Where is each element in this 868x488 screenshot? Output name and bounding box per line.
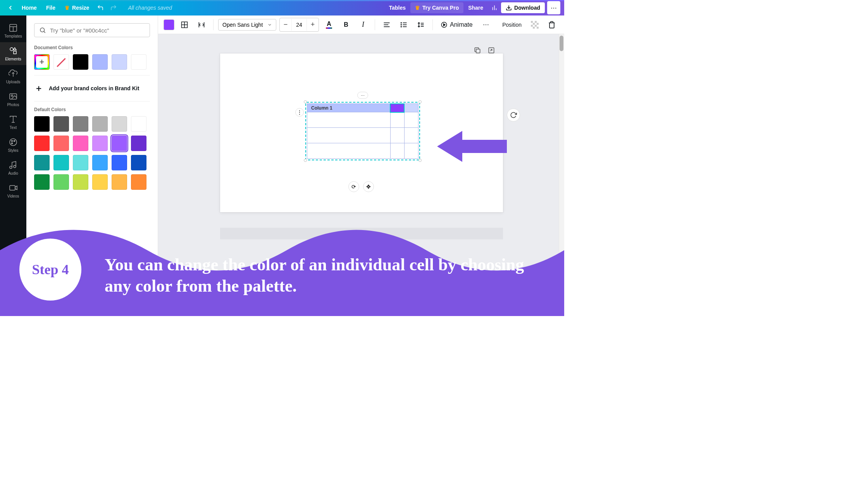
font-size-stepper[interactable]: − + (279, 18, 319, 32)
bold-button[interactable]: B (339, 18, 353, 32)
redo-button[interactable] (107, 1, 120, 14)
color-swatch[interactable] (53, 155, 69, 170)
table-cell[interactable] (307, 143, 391, 159)
color-swatch[interactable] (131, 174, 146, 190)
resize-button[interactable]: ♛Resize (60, 2, 94, 13)
animate-button[interactable]: Animate (437, 18, 476, 32)
nav-uploads[interactable]: Uploads (0, 65, 26, 88)
color-swatch[interactable]: + (34, 54, 50, 70)
text-align-button[interactable] (380, 18, 394, 32)
text-icon (9, 115, 18, 124)
text-color-button[interactable]: A (322, 18, 336, 32)
file-menu[interactable]: File (41, 2, 60, 13)
color-swatch[interactable] (92, 116, 108, 132)
color-swatch[interactable] (112, 174, 127, 190)
color-swatch[interactable] (53, 54, 69, 70)
color-swatch[interactable] (73, 174, 88, 190)
canvas-column: Open Sans Light − + A B I Animate ⋯ Posi… (158, 15, 564, 316)
table-cell[interactable] (307, 112, 391, 128)
color-swatch[interactable] (131, 116, 146, 132)
color-swatch[interactable] (131, 136, 146, 151)
table-cell[interactable] (404, 128, 418, 143)
table-cell[interactable] (404, 112, 418, 128)
undo-button[interactable] (94, 1, 107, 14)
color-swatch[interactable] (112, 54, 127, 70)
insights-button[interactable] (488, 1, 501, 14)
color-swatch[interactable] (131, 155, 146, 170)
svg-rect-47 (535, 21, 537, 23)
color-swatch[interactable] (112, 116, 127, 132)
more-menu[interactable]: ⋯ (547, 1, 560, 14)
table-row-menu[interactable]: ⋮ (295, 108, 304, 117)
italic-button[interactable]: I (356, 18, 370, 32)
rotate-handle[interactable]: ⟳ (348, 181, 359, 192)
table-cell[interactable] (390, 143, 404, 159)
color-swatch[interactable] (112, 136, 127, 151)
nav-videos[interactable]: Videos (0, 179, 26, 202)
nav-elements[interactable]: Elements (0, 42, 26, 65)
color-swatch[interactable] (34, 116, 50, 132)
color-swatch[interactable] (53, 136, 69, 151)
color-search[interactable] (34, 23, 150, 37)
line-spacing-button[interactable] (414, 18, 428, 32)
color-swatch[interactable] (34, 136, 50, 151)
color-swatch[interactable] (112, 155, 127, 170)
list-button[interactable] (397, 18, 411, 32)
color-search-input[interactable] (50, 27, 145, 34)
brand-kit-button[interactable]: ＋Add your brand colors in Brand Kit (34, 81, 150, 96)
color-panel: Document Colors + ＋Add your brand colors… (26, 15, 158, 316)
svg-point-38 (401, 26, 402, 27)
more-tools[interactable]: ⋯ (479, 18, 493, 32)
color-swatch[interactable] (53, 174, 69, 190)
nav-audio[interactable]: Audio (0, 156, 26, 179)
position-button[interactable]: Position (499, 18, 525, 32)
nav-text[interactable]: Text (0, 111, 26, 134)
color-swatch[interactable] (131, 54, 146, 70)
color-swatch[interactable] (73, 155, 88, 170)
table-borders-button[interactable] (177, 18, 191, 32)
delete-button[interactable] (545, 18, 559, 32)
color-swatch[interactable] (73, 54, 88, 70)
regenerate-button[interactable] (507, 108, 520, 122)
font-size-increase[interactable]: + (307, 18, 319, 31)
nav-styles[interactable]: Styles (0, 134, 26, 156)
move-handle[interactable]: ✥ (363, 181, 374, 192)
cell-spacing-button[interactable] (195, 18, 208, 32)
svg-rect-49 (537, 23, 539, 25)
try-pro-button[interactable]: ♛Try Canva Pro (410, 2, 463, 13)
color-swatch[interactable] (92, 136, 108, 151)
color-swatch[interactable] (53, 116, 69, 132)
table-cell[interactable] (307, 128, 391, 143)
table-header-cell[interactable]: Column 1 (307, 104, 391, 112)
color-swatch[interactable] (92, 174, 108, 190)
canvas[interactable]: ⋯ ⋮ Column 1 ⟳ ✥ (158, 34, 564, 316)
back-button[interactable] (4, 1, 17, 14)
table-cell[interactable] (390, 112, 404, 128)
color-swatch[interactable] (92, 155, 108, 170)
color-swatch[interactable] (34, 155, 50, 170)
color-swatch[interactable] (34, 174, 50, 190)
doc-name[interactable]: Tables (384, 2, 410, 13)
table-element[interactable]: ⋯ ⋮ Column 1 (305, 102, 420, 160)
font-size-decrease[interactable]: − (280, 18, 291, 31)
cell-fill-color[interactable] (164, 19, 174, 30)
nav-photos[interactable]: Photos (0, 88, 26, 111)
color-swatch[interactable] (73, 136, 88, 151)
color-swatch[interactable] (92, 54, 108, 70)
scrollbar[interactable] (559, 34, 564, 316)
table-context-menu[interactable]: ⋯ (357, 92, 368, 99)
transparency-button[interactable] (528, 18, 542, 32)
table-header-cell-selected[interactable] (390, 104, 404, 112)
font-size-input[interactable] (291, 19, 307, 31)
table-cell[interactable] (404, 143, 418, 159)
default-colors-label: Default Colors (34, 107, 150, 112)
table-cell[interactable] (390, 128, 404, 143)
color-swatch[interactable] (73, 116, 88, 132)
share-button[interactable]: Share (463, 2, 488, 13)
download-button[interactable]: Download (501, 2, 545, 13)
nav-templates[interactable]: Templates (0, 19, 26, 42)
font-family-select[interactable]: Open Sans Light (218, 19, 276, 31)
add-page-button[interactable]: + Add page (220, 228, 503, 239)
home-button[interactable]: Home (17, 2, 41, 13)
table-header-cell[interactable] (404, 104, 418, 112)
